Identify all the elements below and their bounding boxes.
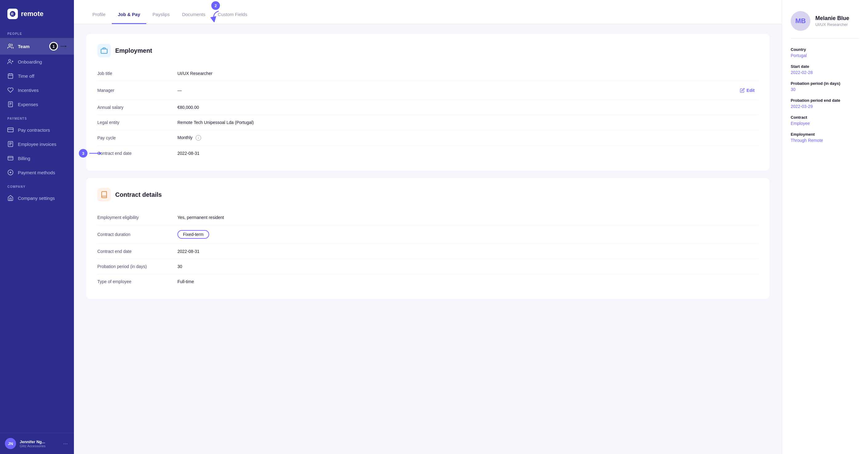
- employment-info: Employment Through Remote: [791, 132, 859, 143]
- main-content: 2 Profile Job & Pay Payslips Documents C…: [74, 0, 782, 454]
- contract-section-icon: [97, 188, 111, 201]
- contract-duration-value: Fixed-term: [178, 230, 758, 239]
- user-info: Jennifer Ng... Glitz Accessories: [20, 439, 58, 448]
- contract-end-date-row: 3 Contract end date 2022-08-31: [97, 146, 758, 161]
- svg-rect-16: [8, 128, 13, 132]
- svg-text:R: R: [11, 12, 14, 16]
- probation-end-label: Probation period end date: [791, 98, 859, 103]
- app-logo: R remote: [0, 0, 74, 27]
- contract-end-date-value: 2022-08-31: [178, 151, 758, 156]
- tabs: Profile Job & Pay Payslips Documents Cus…: [74, 3, 782, 24]
- contract-end-date-label: Contract end date: [97, 151, 178, 156]
- payment-icon: [7, 169, 13, 175]
- svg-point-5: [9, 59, 11, 62]
- logo-icon: R: [7, 9, 18, 19]
- users-icon: [7, 43, 13, 49]
- calendar-icon: [7, 73, 13, 79]
- step2-arrow-icon: [210, 10, 222, 22]
- employment-eligibility-value: Yes, permanent resident: [178, 215, 758, 220]
- job-title-row: Job title UI/UX Researcher: [97, 66, 758, 81]
- user-menu-button[interactable]: ···: [62, 439, 69, 448]
- user-company: Glitz Accessories: [20, 444, 58, 448]
- sidebar-item-team[interactable]: Team 1: [0, 38, 74, 55]
- start-date-label: Start date: [791, 64, 859, 69]
- probation-period-value: 30: [178, 264, 758, 269]
- sidebar: R remote PEOPLE Team 1 Onboarding Time o…: [0, 0, 74, 454]
- pay-cycle-label: Pay cycle: [97, 135, 178, 140]
- svg-rect-22: [8, 157, 13, 160]
- type-of-employee-row: Type of employee Full-time: [97, 274, 758, 289]
- legal-entity-value: Remote Tech Unipessoal Lda (Portugal): [178, 120, 758, 125]
- manager-label: Manager: [97, 88, 178, 93]
- svg-rect-28: [101, 49, 107, 53]
- sidebar-item-employee-invoices[interactable]: Employee invoices: [0, 137, 74, 151]
- employment-eligibility-row: Employment eligibility Yes, permanent re…: [97, 210, 758, 225]
- contract-duration-row: Contract duration Fixed-term: [97, 225, 758, 244]
- employment-section: Employment Job title UI/UX Researcher Ma…: [86, 34, 769, 171]
- step2-annotation: 2: [210, 1, 222, 22]
- contract-title: Contract details: [115, 191, 162, 198]
- profile-role: UI/UX Researcher: [815, 22, 849, 27]
- tab-job-pay[interactable]: Job & Pay: [112, 3, 147, 24]
- profile-name: Melanie Blue: [815, 15, 849, 22]
- sidebar-item-billing[interactable]: Billing: [0, 151, 74, 165]
- user-avatar: JN: [5, 438, 16, 449]
- country-label: Country: [791, 47, 859, 52]
- info-icon[interactable]: i: [195, 135, 201, 141]
- edit-button[interactable]: Edit: [736, 86, 758, 95]
- job-title-label: Job title: [97, 71, 178, 76]
- briefcase-icon: [100, 47, 108, 54]
- probation-days-info: Probation period (in days) 30: [791, 81, 859, 92]
- pay-cycle-row: Pay cycle Monthly i: [97, 130, 758, 146]
- user-name: Jennifer Ng...: [20, 439, 58, 444]
- sidebar-item-company-settings[interactable]: Company settings: [0, 191, 74, 205]
- probation-end-info: Probation period end date 2022-03-29: [791, 98, 859, 109]
- country-info: Country Portugal: [791, 47, 859, 58]
- sidebar-item-label: Company settings: [18, 196, 55, 201]
- tab-payslips[interactable]: Payslips: [146, 3, 176, 24]
- step3-arrow-icon: [89, 151, 102, 155]
- sidebar-item-label: Onboarding: [18, 59, 42, 64]
- employment-label: Employment: [791, 132, 859, 137]
- receipt-icon: [7, 101, 13, 107]
- annual-salary-label: Annual salary: [97, 105, 178, 110]
- legal-entity-label: Legal entity: [97, 120, 178, 125]
- profile-info: Melanie Blue UI/UX Researcher: [815, 15, 849, 27]
- tabs-area: 2 Profile Job & Pay Payslips Documents C…: [74, 0, 782, 24]
- annual-salary-value: €80,000.00: [178, 105, 758, 110]
- employment-eligibility-label: Employment eligibility: [97, 215, 178, 220]
- employment-section-icon: [97, 44, 111, 57]
- fixed-term-badge: Fixed-term: [178, 230, 209, 239]
- step2-badge: 2: [211, 1, 220, 10]
- tab-documents[interactable]: Documents: [176, 3, 212, 24]
- sidebar-item-onboarding[interactable]: Onboarding: [0, 55, 74, 69]
- svg-rect-8: [8, 74, 13, 78]
- probation-period-row: Probation period (in days) 30: [97, 259, 758, 274]
- sidebar-item-expenses[interactable]: Expenses: [0, 97, 74, 111]
- sidebar-item-label: Team: [18, 44, 30, 49]
- sidebar-item-incentives[interactable]: Incentives: [0, 83, 74, 97]
- billing-icon: [7, 155, 13, 161]
- probation-end-value: 2022-03-29: [791, 104, 859, 109]
- content-body: Employment Job title UI/UX Researcher Ma…: [74, 24, 782, 454]
- employment-value: Through Remote: [791, 138, 859, 143]
- tab-profile[interactable]: Profile: [86, 3, 112, 24]
- step3-badge: 3: [79, 149, 88, 158]
- step3-annotation: 3: [79, 149, 102, 158]
- type-of-employee-label: Type of employee: [97, 279, 178, 284]
- sidebar-item-time-off[interactable]: Time off: [0, 69, 74, 83]
- sidebar-item-label: Expenses: [18, 102, 38, 107]
- job-title-value: UI/UX Researcher: [178, 71, 758, 76]
- sidebar-item-pay-contractors[interactable]: Pay contractors: [0, 123, 74, 137]
- contract-duration-label: Contract duration: [97, 232, 178, 237]
- home-icon: [7, 195, 13, 201]
- legal-entity-row: Legal entity Remote Tech Unipessoal Lda …: [97, 115, 758, 130]
- invoice-icon: [7, 141, 13, 147]
- contract-details-section: Contract details Employment eligibility …: [86, 178, 769, 299]
- sidebar-item-payment-methods[interactable]: Payment methods: [0, 165, 74, 179]
- avatar: MB: [791, 11, 810, 31]
- manager-row: Manager — Edit: [97, 81, 758, 100]
- book-icon: [100, 191, 108, 198]
- profile-header: MB Melanie Blue UI/UX Researcher: [791, 11, 859, 38]
- svg-marker-31: [99, 152, 102, 155]
